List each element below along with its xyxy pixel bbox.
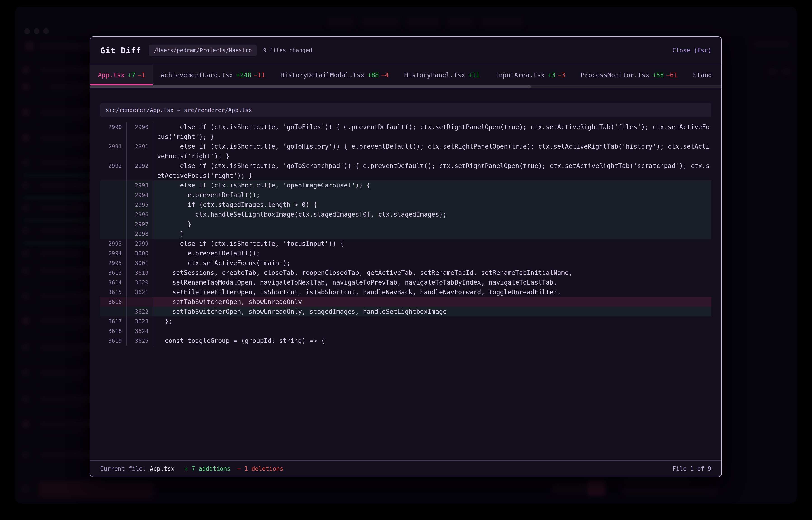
tab-file-name: App.tsx	[98, 71, 125, 79]
old-line-number	[100, 200, 127, 210]
tab-additions: +3	[548, 71, 556, 79]
files-changed-count: 9 files changed	[263, 47, 312, 54]
code-line: }	[153, 229, 711, 239]
diff-row-del: 3616 setTabSwitcherOpen, showUnreadOnly	[100, 297, 711, 307]
old-line-number: 2994	[100, 249, 127, 258]
code-line: setTabSwitcherOpen, showUnreadOnly, stag…	[153, 307, 711, 316]
code-line: else if (ctx.isShortcut(e, 'openImageCar…	[153, 181, 711, 190]
old-line-number: 2990	[100, 122, 127, 141]
modal-header: Git Diff /Users/pedram/Projects/Maestro …	[90, 37, 721, 64]
deletions-count: − 1 deletions	[237, 465, 284, 472]
new-line-number: 2994	[127, 190, 153, 200]
old-line-number	[100, 219, 127, 229]
old-line-number: 3615	[100, 287, 127, 297]
tab-additions: +56	[653, 71, 664, 79]
old-line-number	[100, 210, 127, 219]
arrow-right-icon: →	[177, 107, 180, 113]
old-line-number	[100, 229, 127, 239]
repo-path-badge: /Users/pedram/Projects/Maestro	[149, 45, 256, 56]
new-line-number: 2992	[127, 161, 153, 181]
code-line: setTabSwitcherOpen, showUnreadOnly	[153, 297, 711, 307]
new-line-number: 2999	[127, 239, 153, 249]
code-line: e.preventDefault();	[153, 249, 711, 258]
tab-deletions: −3	[558, 71, 565, 79]
old-line-number: 3617	[100, 316, 127, 326]
diff-row-ctx: 29922992 else if (ctx.isShortcut(e, 'goT…	[100, 161, 711, 181]
diff-row-ctx: 36173623 };	[100, 316, 711, 326]
tab-file-name: HistoryPanel.tsx	[404, 71, 465, 79]
old-line-number: 3619	[100, 336, 127, 346]
diff-row-add: 2997 }	[100, 219, 711, 229]
diff-row-ctx: 36193625 const toggleGroup = (groupId: s…	[100, 336, 711, 346]
file-tabs: App.tsx+7−1AchievementCard.tsx+248−11His…	[90, 65, 721, 85]
tabs-scrollbar-thumb[interactable]	[90, 85, 531, 88]
code-line: ctx.handleSetLightboxImage(ctx.stagedIma…	[153, 210, 711, 219]
diff-row-ctx: 29932999 else if (ctx.isShortcut(e, 'foc…	[100, 239, 711, 249]
old-line-number: 2993	[100, 239, 127, 249]
code-line: else if (ctx.isShortcut(e, 'focusInput')…	[153, 239, 711, 249]
code-line: const toggleGroup = (groupId: string) =>…	[153, 336, 711, 346]
file-tab-achievementcard-tsx[interactable]: AchievementCard.tsx+248−11	[153, 65, 273, 85]
diff-row-ctx: 29902990 else if (ctx.isShortcut(e, 'goT…	[100, 122, 711, 141]
modal-footer: Current file: App.tsx + 7 additions − 1 …	[90, 460, 721, 477]
diff-row-add: 2995 if (ctx.stagedImages.length > 0) {	[100, 200, 711, 210]
code-line: ctx.setActiveFocus('main');	[153, 258, 711, 268]
file-tab-stand[interactable]: Stand	[685, 65, 719, 85]
file-tab-inputarea-tsx[interactable]: InputArea.tsx+3−3	[487, 65, 573, 85]
diff-row-ctx: 29943000 e.preventDefault();	[100, 249, 711, 258]
new-line-number: 3621	[127, 287, 153, 297]
old-line-number	[100, 307, 127, 316]
new-line-number: 2993	[127, 181, 153, 190]
current-file-name: App.tsx	[150, 465, 175, 472]
new-line-number: 3623	[127, 316, 153, 326]
new-line-number: 2997	[127, 219, 153, 229]
tab-file-name: Stand	[693, 71, 712, 79]
old-line-number: 3616	[100, 297, 127, 307]
diff-view: 29902990 else if (ctx.isShortcut(e, 'goT…	[100, 122, 711, 346]
old-line-number: 2992	[100, 161, 127, 181]
file-tab-processmonitor-tsx[interactable]: ProcessMonitor.tsx+56−61	[573, 65, 685, 85]
code-line: else if (ctx.isShortcut(e, 'goToScratchp…	[153, 161, 711, 181]
new-line-number: 3000	[127, 249, 153, 258]
tab-deletions: −1	[138, 71, 145, 79]
code-line: e.preventDefault();	[153, 190, 711, 200]
tab-deletions: −11	[254, 71, 265, 79]
diff-row-ctx: 36183624	[100, 326, 711, 336]
old-line-number: 3614	[100, 278, 127, 287]
tab-additions: +7	[128, 71, 136, 79]
git-diff-modal: Git Diff /Users/pedram/Projects/Maestro …	[90, 36, 722, 477]
file-position: File 1 of 9	[672, 465, 711, 472]
diff-row-ctx: 29953001 ctx.setActiveFocus('main');	[100, 258, 711, 268]
tab-file-name: AchievementCard.tsx	[161, 71, 233, 79]
diff-row-add: 2993 else if (ctx.isShortcut(e, 'openIma…	[100, 181, 711, 190]
new-line-number: 3001	[127, 258, 153, 268]
code-line: else if (ctx.isShortcut(e, 'goToFiles'))…	[153, 122, 711, 141]
diff-row-ctx: 36153621 setFileTreeFilterOpen, isShortc…	[100, 287, 711, 297]
new-line-number: 3624	[127, 326, 153, 336]
new-line-number: 2998	[127, 229, 153, 239]
code-line: }	[153, 219, 711, 229]
code-line: setSessions, createTab, closeTab, reopen…	[153, 268, 711, 278]
tab-deletions: −61	[666, 71, 678, 79]
tab-additions: +11	[468, 71, 480, 79]
tab-file-name: InputArea.tsx	[495, 71, 545, 79]
close-button[interactable]: Close (Esc)	[672, 47, 711, 54]
new-line-number: 2995	[127, 200, 153, 210]
file-tabs-bar: App.tsx+7−1AchievementCard.tsx+248−11His…	[90, 65, 721, 89]
tabs-scrollbar[interactable]	[90, 85, 721, 88]
file-tab-app-tsx[interactable]: App.tsx+7−1	[90, 65, 153, 85]
tab-additions: +248	[236, 71, 251, 79]
file-tab-historypanel-tsx[interactable]: HistoryPanel.tsx+11	[396, 65, 487, 85]
diff-row-add: 2998 }	[100, 229, 711, 239]
new-line-number: 2996	[127, 210, 153, 219]
new-line-number: 3625	[127, 336, 153, 346]
new-line-number	[127, 297, 153, 307]
file-tab-historydetailmodal-tsx[interactable]: HistoryDetailModal.tsx+88−4	[273, 65, 396, 85]
tab-file-name: HistoryDetailModal.tsx	[280, 71, 364, 79]
old-line-number: 2995	[100, 258, 127, 268]
code-line	[153, 326, 711, 336]
new-line-number: 3620	[127, 278, 153, 287]
file-path-breadcrumb: src/renderer/App.tsx → src/renderer/App.…	[100, 103, 711, 117]
diff-row-add: 2996 ctx.handleSetLightboxImage(ctx.stag…	[100, 210, 711, 219]
tab-deletions: −4	[381, 71, 389, 79]
